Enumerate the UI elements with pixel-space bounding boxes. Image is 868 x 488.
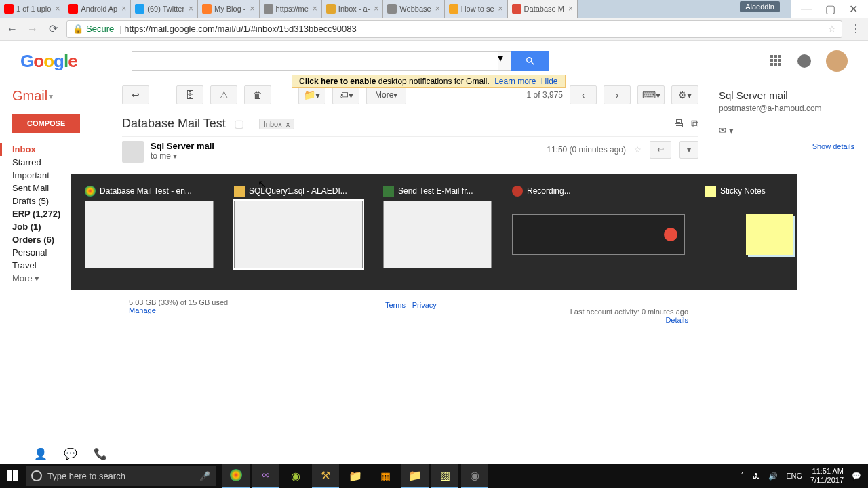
close-icon[interactable]: × bbox=[435, 4, 440, 14]
search-input[interactable] bbox=[132, 51, 498, 71]
twitter-icon bbox=[135, 4, 144, 14]
browser-tab[interactable]: Webbase× bbox=[383, 0, 444, 18]
popout-icon[interactable]: ⧉ bbox=[691, 118, 698, 130]
reload-button[interactable]: ⟳ bbox=[46, 22, 60, 36]
alttab-label: Sticky Notes bbox=[720, 186, 766, 196]
page-icon bbox=[387, 4, 397, 14]
close-icon[interactable]: × bbox=[55, 4, 60, 14]
tray-chevron-icon[interactable]: ˄ bbox=[741, 472, 745, 481]
close-icon[interactable]: × bbox=[189, 4, 193, 14]
taskbar-chrome[interactable] bbox=[222, 464, 250, 488]
reply-menu[interactable]: ▾ bbox=[679, 141, 698, 159]
taskbar-explorer2[interactable]: 📁 bbox=[401, 464, 429, 488]
delete-button[interactable]: 🗑 bbox=[244, 85, 271, 104]
back-to-inbox-button[interactable]: ↩ bbox=[122, 85, 149, 104]
sender-avatar bbox=[122, 141, 144, 163]
browser-tab[interactable]: 1 of 1 uplo× bbox=[0, 0, 64, 18]
taskbar-androidstudio[interactable]: ◉ bbox=[282, 464, 309, 488]
close-icon[interactable]: × bbox=[313, 4, 317, 14]
prev-button[interactable]: ‹ bbox=[570, 85, 597, 104]
network-icon[interactable]: 🖧 bbox=[753, 472, 760, 480]
back-button[interactable]: ← bbox=[5, 22, 19, 36]
chrome-user-badge[interactable]: Alaeddin bbox=[740, 1, 780, 12]
person-icon[interactable]: 👤 bbox=[34, 447, 47, 460]
start-button[interactable] bbox=[0, 464, 24, 488]
browser-tab[interactable]: Inbox - a-× bbox=[322, 0, 383, 18]
mail-icon[interactable]: ✉ ▾ bbox=[719, 125, 854, 136]
volume-icon[interactable]: 🔊 bbox=[768, 472, 778, 481]
close-icon[interactable]: × bbox=[498, 4, 503, 14]
address-field[interactable]: 🔒 Secure | https://mail.google.com/mail/… bbox=[66, 20, 842, 38]
browser-tab[interactable]: My Blog -× bbox=[198, 0, 259, 18]
alttab-window[interactable]: Sticky Notes bbox=[705, 186, 800, 278]
close-icon[interactable]: × bbox=[374, 4, 378, 14]
gmail-brand[interactable]: Gmail ▾ bbox=[12, 88, 122, 104]
close-icon[interactable]: × bbox=[568, 4, 573, 14]
search-button[interactable] bbox=[511, 51, 549, 71]
notifications-icon[interactable] bbox=[797, 54, 811, 68]
android-icon: ◉ bbox=[291, 470, 300, 483]
taskbar-sticky[interactable]: ▨ bbox=[431, 464, 458, 488]
terms-link[interactable]: Terms bbox=[385, 301, 406, 309]
menu-icon[interactable]: ⋮ bbox=[849, 22, 863, 36]
forward-button[interactable]: → bbox=[26, 22, 39, 36]
star-icon[interactable]: ☆ bbox=[634, 145, 642, 155]
taskbar-vs[interactable]: ∞ bbox=[252, 464, 279, 488]
spam-button[interactable]: ⚠ bbox=[210, 85, 237, 104]
tab-label: Android Ap bbox=[81, 5, 117, 13]
minimize-icon[interactable]: — bbox=[801, 3, 812, 15]
message-count: 1 of 3,975 bbox=[527, 90, 563, 100]
hide-link[interactable]: Hide bbox=[541, 77, 558, 86]
browser-tab-active[interactable]: Database M× bbox=[508, 0, 578, 18]
browser-tab[interactable]: https://me× bbox=[260, 0, 322, 18]
phone-icon[interactable]: 📞 bbox=[94, 447, 107, 460]
mic-icon[interactable]: 🎤 bbox=[199, 471, 210, 481]
chrome-icon bbox=[230, 469, 242, 481]
privacy-link[interactable]: Privacy bbox=[412, 301, 437, 309]
alttab-window[interactable]: Database Mail Test - en... bbox=[85, 186, 214, 278]
cortana-search[interactable]: Type here to search 🎤 bbox=[26, 466, 216, 486]
manage-link[interactable]: Manage bbox=[129, 306, 156, 314]
avatar[interactable] bbox=[826, 50, 848, 72]
alttab-window-selected[interactable]: SQLQuery1.sql - ALAEDI... bbox=[234, 186, 363, 278]
taskbar-sublime[interactable]: ▦ bbox=[372, 464, 399, 488]
archive-button[interactable]: 🗄 bbox=[176, 85, 203, 104]
folder-starred[interactable]: Starred bbox=[12, 156, 122, 169]
clock[interactable]: 11:51 AM 7/11/2017 bbox=[810, 467, 844, 485]
settings-button[interactable]: ⚙▾ bbox=[671, 85, 698, 104]
alttab-window[interactable]: Recording... bbox=[512, 186, 685, 278]
email-subject: Database Mail Test bbox=[122, 117, 226, 131]
details-link[interactable]: Details bbox=[665, 316, 688, 324]
star-icon[interactable]: ☆ bbox=[828, 24, 836, 34]
hangouts-icon[interactable]: 💬 bbox=[64, 447, 77, 460]
show-details-link[interactable]: Show details bbox=[812, 142, 854, 150]
close-icon[interactable]: ✕ bbox=[849, 3, 858, 16]
maximize-icon[interactable]: ▢ bbox=[825, 3, 835, 16]
alttab-thumb bbox=[512, 214, 685, 255]
search-dropdown[interactable]: ▾ bbox=[498, 51, 511, 71]
learn-more-link[interactable]: Learn more bbox=[494, 77, 536, 86]
lang-indicator[interactable]: ENG bbox=[786, 472, 802, 480]
taskbar-ssms[interactable]: ⚒ bbox=[312, 464, 339, 488]
action-center-icon[interactable]: 💬 bbox=[852, 472, 861, 481]
browser-tab[interactable]: (69) Twitter× bbox=[131, 0, 198, 18]
close-icon[interactable]: × bbox=[121, 4, 126, 14]
folder-inbox[interactable]: Inbox bbox=[0, 143, 122, 156]
close-icon[interactable]: × bbox=[250, 4, 255, 14]
to-line[interactable]: to me ▾ bbox=[151, 151, 214, 161]
storage-info: 5.03 GB (33%) of 15 GB used Manage bbox=[129, 298, 228, 314]
next-button[interactable]: › bbox=[604, 85, 631, 104]
sublime-icon: ▦ bbox=[380, 470, 391, 483]
importance-marker[interactable]: ▢ bbox=[234, 117, 244, 130]
inbox-tag[interactable]: Inbox x bbox=[259, 119, 295, 129]
browser-tab[interactable]: Android Ap× bbox=[64, 0, 131, 18]
apps-icon[interactable] bbox=[770, 55, 783, 67]
reply-button[interactable]: ↩ bbox=[650, 141, 671, 159]
alttab-window[interactable]: Send Test E-Mail fr... bbox=[383, 186, 492, 278]
input-tools-button[interactable]: ⌨▾ bbox=[637, 85, 665, 104]
taskbar-recorder[interactable]: ◉ bbox=[461, 464, 488, 488]
browser-tab[interactable]: How to se× bbox=[445, 0, 508, 18]
compose-button[interactable]: COMPOSE bbox=[12, 114, 80, 133]
taskbar-explorer[interactable]: 📁 bbox=[342, 464, 369, 488]
print-icon[interactable]: 🖶 bbox=[673, 118, 684, 130]
